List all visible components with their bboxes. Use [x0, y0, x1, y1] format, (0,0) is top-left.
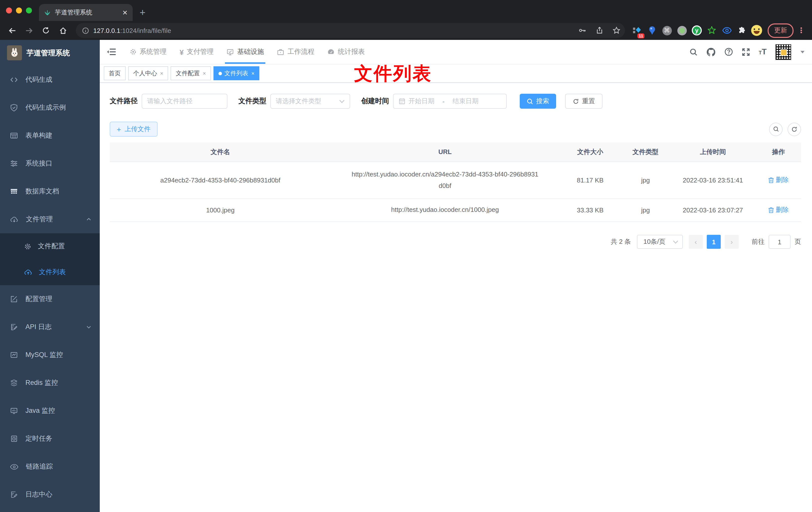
cloud-download-icon: [10, 215, 19, 223]
goto-page-input[interactable]: 1: [768, 235, 790, 249]
close-window-button[interactable]: [6, 7, 12, 13]
next-page-button[interactable]: ›: [725, 235, 739, 249]
sidebar-item-form-builder[interactable]: 表单构建: [0, 122, 100, 150]
tag-file-config[interactable]: 文件配置 ×: [171, 66, 211, 80]
favicon-plant-icon: [44, 9, 51, 16]
sidebar-item-redis-monitor[interactable]: Redis 监控: [0, 369, 100, 397]
gear-icon: [24, 243, 31, 250]
delete-button[interactable]: 删除: [768, 206, 789, 215]
sidebar-item-db-doc[interactable]: 数据库文档: [0, 178, 100, 205]
close-icon[interactable]: ×: [160, 70, 163, 76]
extension-dot-icon[interactable]: [676, 24, 688, 36]
extension-diamond-icon[interactable]: 11: [631, 24, 643, 36]
reset-button[interactable]: 重置: [565, 94, 603, 109]
file-path-input[interactable]: 请输入文件路径: [142, 94, 227, 109]
main-area: 系统管理 ¥ 支付管理 基础设施 工作流程 统计报表: [100, 40, 812, 512]
sidebar-item-code-gen[interactable]: 代码生成: [0, 66, 100, 94]
avatar-caret-icon[interactable]: [800, 50, 805, 54]
date-range-picker[interactable]: 开始日期 - 结束日期: [393, 94, 507, 109]
table-row: a294ecb2-73dd-4353-bf40-296b8931d0bf htt…: [110, 162, 801, 199]
topnav-report[interactable]: 统计报表: [321, 40, 371, 64]
extensions-puzzle-icon[interactable]: [736, 24, 748, 36]
maximize-window-button[interactable]: [26, 7, 32, 13]
extension-y-icon[interactable]: y: [691, 24, 703, 36]
sidebar-item-file-list[interactable]: 文件列表: [0, 259, 100, 285]
sidebar-item-cron-job[interactable]: 定时任务: [0, 425, 100, 453]
address-bar[interactable]: 127.0.0.1:1024/infra/file/file: [76, 23, 625, 38]
cloud-upload-icon: [24, 268, 32, 276]
page-size-select[interactable]: 10条/页: [637, 235, 683, 249]
minimize-window-button[interactable]: [16, 7, 22, 13]
close-icon[interactable]: ×: [203, 70, 206, 76]
home-icon[interactable]: [56, 24, 70, 37]
table-mini-actions: [769, 122, 801, 136]
app-window: 芋道管理系统 代码生成 代码生成示例 表单构建 系统接口 数据库文档: [0, 40, 812, 512]
forward-icon[interactable]: [22, 24, 36, 37]
topnav-workflow[interactable]: 工作流程: [270, 40, 321, 64]
extension-star-icon[interactable]: [706, 24, 718, 36]
fullscreen-icon[interactable]: [742, 48, 750, 56]
chrome-update-button[interactable]: 更新: [767, 23, 793, 38]
prev-page-button[interactable]: ‹: [689, 235, 703, 249]
sidebar-item-java-monitor[interactable]: Java 监控: [0, 397, 100, 425]
sidebar-item-file-config[interactable]: 文件配置: [0, 233, 100, 259]
header-actions: TT: [689, 40, 805, 64]
close-icon[interactable]: ×: [251, 70, 255, 76]
delete-button[interactable]: 删除: [768, 176, 789, 185]
sidebar-item-api-log[interactable]: API 日志: [0, 313, 100, 341]
chart-box-icon: [10, 351, 18, 359]
sidebar-collapse-icon[interactable]: [106, 40, 123, 64]
url-text[interactable]: 127.0.0.1:1024/infra/file/file: [93, 27, 572, 34]
create-time-label: 创建时间: [361, 97, 389, 106]
code-icon: [10, 76, 18, 84]
topnav-payment[interactable]: ¥ 支付管理: [173, 40, 220, 64]
tag-profile[interactable]: 个人中心 ×: [128, 66, 168, 80]
topnav-system[interactable]: 系统管理: [123, 40, 173, 64]
file-type-select[interactable]: 请选择文件类型: [270, 94, 350, 109]
github-icon[interactable]: [706, 47, 716, 57]
monitor-check-icon: [227, 48, 234, 56]
tab-close-icon[interactable]: ✕: [122, 9, 128, 16]
sidebar-item-trace[interactable]: 链路追踪: [0, 453, 100, 481]
toggle-search-icon[interactable]: [769, 122, 783, 136]
profile-avatar[interactable]: [751, 24, 763, 36]
extension-command-icon[interactable]: ⌘: [661, 24, 673, 36]
browser-tab[interactable]: 芋道管理系统 ✕: [39, 4, 133, 21]
refresh-table-icon[interactable]: [788, 122, 801, 136]
col-header-time: 上传时间: [670, 148, 756, 156]
upload-file-button[interactable]: + 上传文件: [110, 122, 157, 137]
sidebar-item-code-demo[interactable]: 代码生成示例: [0, 94, 100, 122]
browser-menu-icon[interactable]: ⋮: [796, 26, 807, 35]
current-page-button[interactable]: 1: [707, 235, 721, 249]
extension-drop-icon[interactable]: [646, 24, 658, 36]
gear-icon: [130, 48, 137, 55]
help-icon[interactable]: [724, 48, 733, 56]
col-header-url: URL: [331, 146, 559, 158]
user-avatar-qr[interactable]: [775, 43, 791, 60]
new-tab-button[interactable]: +: [133, 4, 152, 21]
site-info-icon[interactable]: [82, 27, 89, 34]
search-icon[interactable]: [689, 48, 698, 56]
goto-label: 前往: [752, 237, 764, 246]
search-button[interactable]: 搜索: [520, 94, 556, 109]
sidebar-item-config-manage[interactable]: 配置管理: [0, 285, 100, 313]
browser-toolbar: 127.0.0.1:1024/infra/file/file 11 ⌘ y: [0, 21, 812, 40]
edit-square-icon: [10, 295, 18, 303]
back-icon[interactable]: [5, 24, 19, 37]
sidebar-item-file-manage[interactable]: 文件管理: [0, 205, 100, 233]
tag-file-list[interactable]: 文件列表 ×: [213, 66, 260, 80]
font-size-icon[interactable]: TT: [759, 48, 766, 56]
reload-icon[interactable]: [39, 24, 53, 37]
password-key-icon[interactable]: [576, 24, 589, 37]
share-icon[interactable]: [593, 24, 606, 37]
extension-eye-icon[interactable]: [721, 24, 733, 36]
topnav-infra[interactable]: 基础设施: [220, 40, 270, 64]
cell-upload-time: 2022-03-16 23:51:41: [670, 177, 756, 184]
tag-home[interactable]: 首页: [104, 66, 126, 80]
cell-file-url: http://test.yudao.iocoder.cn/1000.jpeg: [331, 204, 559, 216]
sidebar-item-mysql-monitor[interactable]: MySQL 监控: [0, 341, 100, 369]
app-logo[interactable]: 芋道管理系统: [0, 40, 100, 66]
sidebar-item-log-center[interactable]: 日志中心: [0, 481, 100, 509]
bookmark-star-icon[interactable]: [610, 24, 623, 37]
sidebar-item-system-api[interactable]: 系统接口: [0, 150, 100, 178]
